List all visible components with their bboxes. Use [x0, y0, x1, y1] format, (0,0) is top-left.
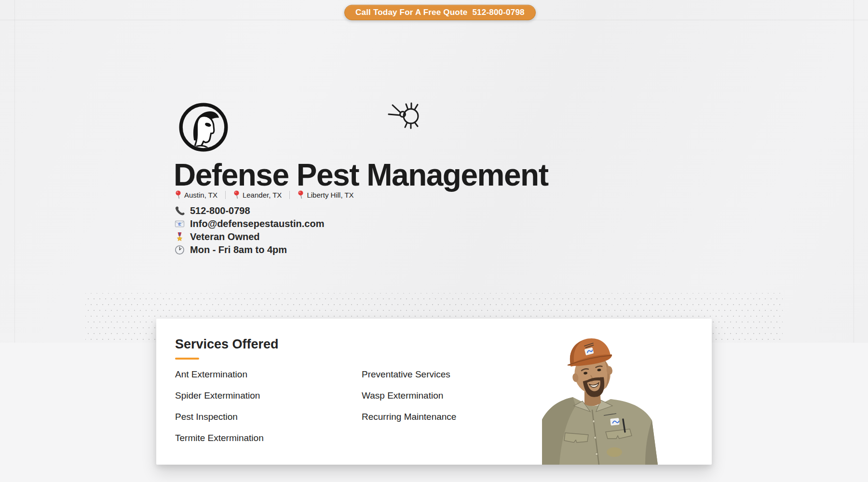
services-title: Services Offered	[175, 337, 279, 352]
title-underline	[175, 358, 199, 360]
left-edge-divider	[14, 0, 15, 343]
service-item: Termite Extermination	[175, 432, 264, 444]
locations-row: Austin, TX Leander, TX Liberty Hill, TX	[175, 189, 354, 201]
services-card: Services Offered Ant Extermination Spide…	[156, 319, 712, 465]
phone-row[interactable]: 512-800-0798	[175, 204, 324, 217]
medal-icon	[175, 232, 185, 242]
clock-icon	[175, 245, 185, 255]
location-austin: Austin, TX	[175, 190, 217, 199]
services-column-2: Preventative Services Wasp Extermination…	[362, 369, 456, 432]
page: Call Today For A Free Quote 512-800-0798	[0, 0, 868, 482]
cta-phone: 512-800-0798	[472, 8, 524, 17]
location-label: Austin, TX	[184, 191, 217, 199]
services-column-1: Ant Extermination Spider Extermination P…	[175, 369, 264, 454]
service-item: Pest Inspection	[175, 411, 264, 423]
service-item: Ant Extermination	[175, 369, 264, 380]
call-cta-button[interactable]: Call Today For A Free Quote 512-800-0798	[344, 5, 536, 20]
location-separator	[289, 191, 290, 199]
location-separator	[225, 191, 226, 199]
location-leander: Leander, TX	[233, 190, 282, 199]
service-item: Recurring Maintenance	[362, 411, 456, 423]
business-hours: Mon - Fri 8am to 4pm	[190, 244, 287, 255]
service-item: Preventative Services	[362, 369, 456, 380]
cta-label: Call Today For A Free Quote	[355, 8, 467, 17]
email-row[interactable]: E Info@defensepestaustin.com	[175, 217, 324, 230]
location-liberty-hill: Liberty Hill, TX	[298, 190, 353, 199]
contact-list: 512-800-0798 E Info@defensepestaustin.co…	[175, 204, 324, 256]
service-item: Spider Extermination	[175, 390, 264, 402]
business-name-heading: Defense Pest Management	[174, 157, 548, 193]
svg-text:E: E	[178, 222, 181, 227]
technician-photo	[542, 334, 675, 465]
location-label: Liberty Hill, TX	[307, 191, 353, 199]
email-icon: E	[175, 219, 185, 229]
bug-sketch-icon	[386, 100, 428, 129]
spartan-helmet-logo-icon	[178, 102, 229, 152]
phone-number: 512-800-0798	[190, 205, 250, 216]
veteran-owned-row: Veteran Owned	[175, 230, 324, 243]
email-address: Info@defensepestaustin.com	[190, 218, 324, 229]
map-pin-icon	[298, 190, 304, 199]
veteran-owned-label: Veteran Owned	[190, 231, 260, 242]
phone-icon	[175, 206, 185, 216]
service-item: Wasp Extermination	[362, 390, 456, 402]
right-edge-divider	[854, 0, 854, 343]
map-pin-icon	[175, 190, 181, 199]
map-pin-icon	[233, 190, 240, 199]
hours-row: Mon - Fri 8am to 4pm	[175, 243, 324, 256]
location-label: Leander, TX	[243, 191, 282, 199]
